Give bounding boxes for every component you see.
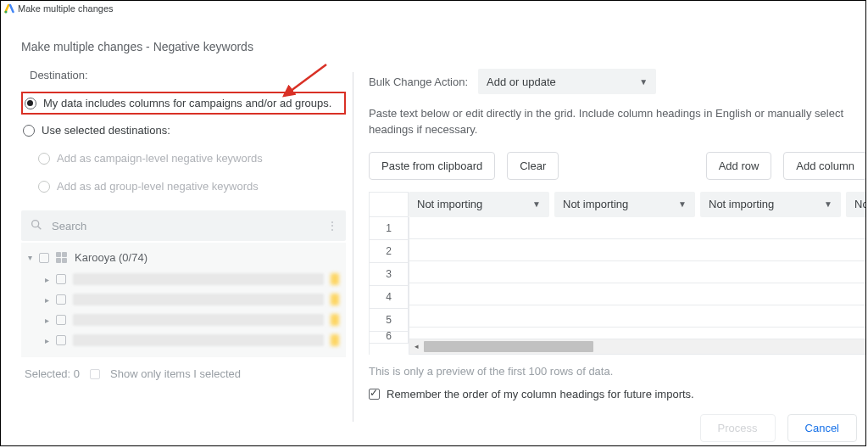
column-header-select[interactable]: Not importing▼ <box>554 192 695 217</box>
account-name: Karooya (0/74) <box>75 251 147 264</box>
add-row-button[interactable]: Add row <box>706 152 772 180</box>
column-header-select[interactable]: Not <box>846 192 865 217</box>
tree-row[interactable]: ▸ <box>21 310 346 330</box>
row-number: 1 <box>370 217 409 240</box>
scroll-left-icon[interactable]: ◂ <box>409 339 424 354</box>
row-number: 2 <box>370 240 409 263</box>
chevron-right-icon: ▸ <box>45 316 49 325</box>
tree-row[interactable]: ▸ <box>21 289 346 310</box>
grid-cell[interactable] <box>409 217 865 239</box>
grid-cell[interactable] <box>409 261 865 283</box>
dialog-title: Make multiple changes - Negative keyword… <box>1 16 865 69</box>
radio-use-selected-destinations[interactable]: Use selected destinations: <box>23 121 346 139</box>
caret-down-icon: ▼ <box>532 199 541 209</box>
destination-tree[interactable]: ▾ Karooya (0/74) ▸ ▸ ▸ ▸ <box>21 243 346 357</box>
column-header-select[interactable]: Not importing▼ <box>409 192 549 217</box>
grid-corner-cell <box>370 192 409 217</box>
radio-icon <box>25 98 36 109</box>
radio-icon <box>23 125 35 137</box>
checkbox[interactable] <box>56 315 66 325</box>
status-icon <box>331 314 339 326</box>
row-number: 5 <box>370 309 409 332</box>
redacted-label <box>73 314 324 326</box>
scrollbar-thumb[interactable] <box>424 341 593 352</box>
row-number: 6 <box>370 332 409 344</box>
grid-cell[interactable] <box>409 239 865 261</box>
column-header-label: Not <box>854 198 865 210</box>
column-header-label: Not importing <box>563 198 628 210</box>
show-only-selected-checkbox <box>90 369 100 379</box>
row-number: 4 <box>370 286 409 309</box>
tree-row[interactable]: ▸ <box>21 330 346 350</box>
search-icon <box>30 218 43 234</box>
status-icon <box>331 334 339 346</box>
radio-label: My data includes columns for campaigns a… <box>43 97 331 109</box>
paste-description: Paste text below or edit directly in the… <box>369 106 865 138</box>
google-ads-logo-icon <box>4 3 14 14</box>
redacted-label <box>73 273 324 285</box>
column-header-select[interactable]: Not importing▼ <box>700 192 841 217</box>
radio-icon <box>38 153 50 165</box>
svg-line-3 <box>38 226 42 229</box>
radio-data-includes-columns[interactable]: My data includes columns for campaigns a… <box>21 92 346 115</box>
status-icon <box>331 273 339 285</box>
chevron-down-icon: ▾ <box>28 253 32 262</box>
clear-button[interactable]: Clear <box>507 152 559 180</box>
tree-row[interactable]: ▸ <box>21 269 346 289</box>
remember-order-label: Remember the order of my column headings… <box>387 388 694 400</box>
chevron-right-icon: ▸ <box>45 275 49 284</box>
checkbox[interactable] <box>39 253 49 263</box>
radio-label: Add as ad group-level negative keywords <box>57 180 259 193</box>
redacted-label <box>73 294 324 305</box>
add-column-button[interactable]: Add column <box>783 152 865 180</box>
checkbox[interactable] <box>56 274 66 284</box>
more-icon[interactable]: ⋮ <box>326 219 337 232</box>
radio-icon <box>38 181 50 193</box>
redacted-label <box>73 334 324 346</box>
horizontal-scrollbar[interactable]: ◂ ▸ <box>409 339 865 354</box>
grid-cell[interactable] <box>409 328 865 339</box>
paste-from-clipboard-button[interactable]: Paste from clipboard <box>369 152 495 180</box>
search-box[interactable]: Search ⋮ <box>21 210 346 241</box>
svg-point-2 <box>32 220 39 227</box>
radio-adgroup-level: Add as ad group-level negative keywords <box>38 177 346 195</box>
selected-count: Selected: 0 <box>25 367 80 380</box>
remember-order-checkbox[interactable] <box>369 389 380 400</box>
checkbox[interactable] <box>56 294 66 305</box>
destination-label: Destination: <box>30 69 346 81</box>
grid-cell[interactable] <box>409 283 865 305</box>
row-number: 3 <box>370 263 409 286</box>
bulk-change-action-select[interactable]: Add or update ▼ <box>478 69 656 94</box>
status-icon <box>331 294 339 305</box>
cancel-button[interactable]: Cancel <box>787 414 857 442</box>
caret-down-icon: ▼ <box>639 77 648 87</box>
search-placeholder: Search <box>52 220 326 232</box>
account-grid-icon <box>56 252 68 263</box>
tree-account-header[interactable]: ▾ Karooya (0/74) <box>21 249 346 269</box>
scroll-right-icon[interactable]: ▸ <box>865 339 865 354</box>
column-header-label: Not importing <box>709 198 774 210</box>
svg-point-0 <box>5 11 8 14</box>
bulk-change-action-label: Bulk Change Action: <box>369 76 468 88</box>
column-header-label: Not importing <box>417 198 482 210</box>
radio-campaign-level: Add as campaign-level negative keywords <box>38 149 346 167</box>
radio-label: Use selected destinations: <box>42 124 170 137</box>
caret-down-icon: ▼ <box>824 199 832 209</box>
radio-label: Add as campaign-level negative keywords <box>57 152 263 165</box>
show-only-selected-label: Show only items I selected <box>110 367 241 380</box>
chevron-right-icon: ▸ <box>45 336 49 345</box>
preview-note: This is only a preview of the first 100 … <box>369 365 865 378</box>
chevron-right-icon: ▸ <box>45 295 49 305</box>
select-value: Add or update <box>487 76 556 88</box>
checkbox[interactable] <box>56 335 66 345</box>
process-button: Process <box>700 414 776 442</box>
window-title: Make multiple changes <box>18 3 114 14</box>
grid-cell[interactable] <box>409 305 865 328</box>
caret-down-icon: ▼ <box>678 199 687 209</box>
